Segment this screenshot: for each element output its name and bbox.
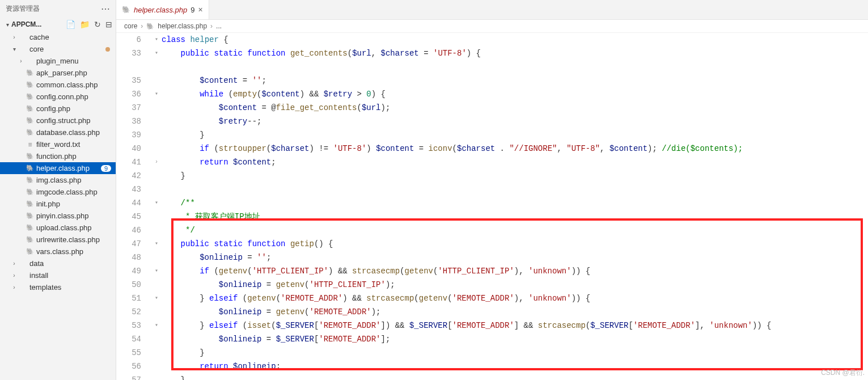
file-item[interactable]: 🐘urlrewrite.class.php <box>0 234 116 246</box>
folder-item[interactable]: ›cache <box>0 31 116 43</box>
item-label: img.class.php <box>36 176 112 184</box>
php-icon: 🐘 <box>25 188 35 196</box>
php-icon: 🐘 <box>25 200 35 208</box>
item-label: cache <box>29 33 112 41</box>
folder-item[interactable]: ▾core <box>0 43 116 55</box>
code-content[interactable]: class helper { public static function ge… <box>162 33 868 380</box>
refresh-icon[interactable]: ↻ <box>94 20 101 29</box>
folder-item[interactable]: ›data <box>0 257 116 269</box>
breadcrumb-seg[interactable]: ... <box>216 22 222 30</box>
file-item[interactable]: 🐘config.conn.php <box>0 91 116 103</box>
folder-item[interactable]: ›plugin_menu <box>0 55 116 67</box>
file-item[interactable]: 🐘vars.class.php <box>0 246 116 257</box>
php-icon: 🐘 <box>25 176 35 184</box>
file-tree[interactable]: ›cache▾core›plugin_menu🐘apk_parser.php🐘c… <box>0 31 116 380</box>
modified-dot <box>105 47 110 52</box>
item-label: config.struct.php <box>36 116 112 125</box>
item-label: function.php <box>36 152 112 161</box>
tab-helper[interactable]: 🐘 helper.class.php 9 × <box>116 0 209 19</box>
explorer-header: 资源管理器 ⋯ <box>0 0 116 18</box>
folder-item[interactable]: ›install <box>0 269 116 281</box>
chevron-right-icon: › <box>141 22 143 30</box>
php-icon: 🐘 <box>25 248 35 255</box>
explorer-title: 资源管理器 <box>6 4 101 14</box>
item-label: upload.class.php <box>36 223 112 232</box>
line-number-gutter: 6333536373839404142434445464748495051525… <box>116 33 151 380</box>
text-icon: ≡ <box>25 141 35 149</box>
file-item[interactable]: 🐘config.php <box>0 103 116 115</box>
php-icon: 🐘 <box>25 212 35 219</box>
watermark: CSDN @君衍. <box>821 368 865 378</box>
item-label: filter_word.txt <box>36 140 112 149</box>
file-item[interactable]: 🐘function.php <box>0 150 116 162</box>
tab-filename: helper.class.php <box>134 6 187 14</box>
item-label: urlrewrite.class.php <box>36 235 112 244</box>
php-icon: 🐘 <box>146 23 154 30</box>
file-item[interactable]: 🐘img.class.php <box>0 174 116 186</box>
file-item[interactable]: 🐘init.php <box>0 198 116 210</box>
file-item[interactable]: 🐘apk_parser.php <box>0 67 116 79</box>
php-icon: 🐘 <box>25 164 35 172</box>
editor-area: 🐘 helper.class.php 9 × core › 🐘 helper.c… <box>116 0 868 380</box>
workspace-actions: 📄 📁 ↻ ⊟ <box>66 20 112 29</box>
php-icon: 🐘 <box>25 129 35 136</box>
php-icon: 🐘 <box>25 224 35 231</box>
file-item[interactable]: 🐘pinyin.class.php <box>0 210 116 222</box>
item-label: pinyin.class.php <box>36 212 112 220</box>
file-item[interactable]: ≡filter_word.txt <box>0 138 116 150</box>
breadcrumb-seg[interactable]: core <box>124 22 137 30</box>
fold-column: ▾▾▾›▾▾▾▾▾ <box>151 33 162 380</box>
file-item[interactable]: 🐘database.class.php <box>0 126 116 138</box>
item-label: data <box>29 259 112 268</box>
chevron-right-icon: › <box>210 22 213 30</box>
item-label: init.php <box>36 200 112 208</box>
chevron-down-icon: ▾ <box>3 22 11 28</box>
item-label: helper.class.php <box>36 164 101 172</box>
workspace-row[interactable]: ▾ APPCM... 📄 📁 ↻ ⊟ <box>0 18 116 31</box>
explorer-sidebar: 资源管理器 ⋯ ▾ APPCM... 📄 📁 ↻ ⊟ ›cache▾core›p… <box>0 0 116 380</box>
workspace-name: APPCM... <box>11 20 66 28</box>
new-file-icon[interactable]: 📄 <box>66 20 75 29</box>
file-item[interactable]: 🐘upload.class.php <box>0 222 116 234</box>
item-label: config.conn.php <box>36 92 112 101</box>
file-item[interactable]: 🐘config.struct.php <box>0 115 116 126</box>
item-label: common.class.php <box>36 81 112 89</box>
more-icon[interactable]: ⋯ <box>101 3 110 14</box>
php-icon: 🐘 <box>25 105 35 112</box>
item-label: database.class.php <box>36 128 112 137</box>
item-label: plugin_menu <box>36 57 112 65</box>
file-item[interactable]: 🐘imgcode.class.php <box>0 186 116 198</box>
breadcrumb-seg[interactable]: helper.class.php <box>158 22 207 30</box>
php-icon: 🐘 <box>122 6 130 14</box>
tab-modified-count: 9 <box>190 6 194 14</box>
php-icon: 🐘 <box>25 117 35 124</box>
folder-item[interactable]: ›templates <box>0 281 116 293</box>
file-item[interactable]: 🐘common.class.php <box>0 79 116 91</box>
file-item[interactable]: 🐘helper.class.php9 <box>0 162 116 174</box>
code-editor[interactable]: 6333536373839404142434445464748495051525… <box>116 33 868 380</box>
new-folder-icon[interactable]: 📁 <box>80 20 90 29</box>
close-icon[interactable]: × <box>198 5 202 14</box>
tab-bar: 🐘 helper.class.php 9 × <box>116 0 868 20</box>
item-label: install <box>29 271 112 280</box>
app-root: 资源管理器 ⋯ ▾ APPCM... 📄 📁 ↻ ⊟ ›cache▾core›p… <box>0 0 868 380</box>
php-icon: 🐘 <box>25 236 35 243</box>
item-label: vars.class.php <box>36 247 112 256</box>
item-label: imgcode.class.php <box>36 188 112 196</box>
php-icon: 🐘 <box>25 81 35 88</box>
problems-badge: 9 <box>101 165 111 172</box>
php-icon: 🐘 <box>25 153 35 160</box>
item-label: config.php <box>36 104 112 113</box>
item-label: templates <box>29 283 112 292</box>
item-label: apk_parser.php <box>36 69 112 77</box>
item-label: core <box>29 45 105 53</box>
collapse-icon[interactable]: ⊟ <box>105 20 112 29</box>
php-icon: 🐘 <box>25 93 35 100</box>
php-icon: 🐘 <box>25 69 35 77</box>
breadcrumb[interactable]: core › 🐘 helper.class.php › ... <box>116 20 868 33</box>
